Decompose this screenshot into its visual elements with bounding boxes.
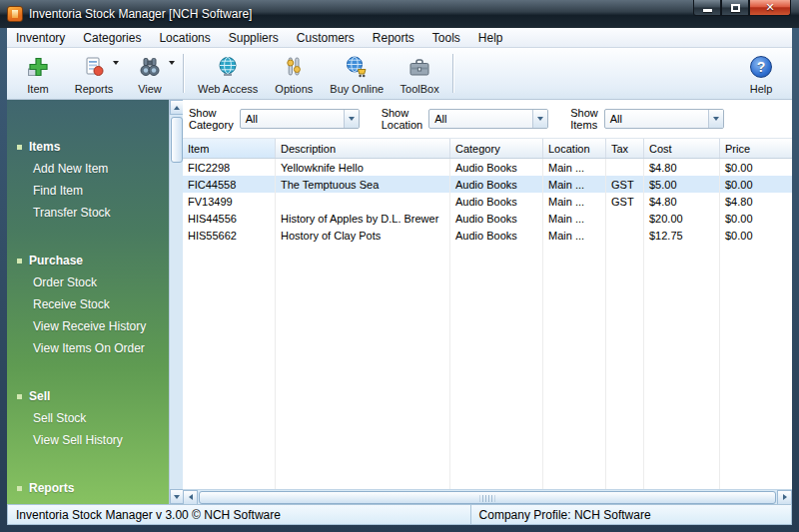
cell-location: Main ... [543,193,606,210]
scroll-left-button[interactable] [183,490,198,505]
cell-item: FV13499 [183,193,276,210]
cell-cost: $4.80 [644,193,720,210]
scroll-down-button[interactable] [170,489,184,504]
menu-suppliers[interactable]: Suppliers [220,29,288,47]
sidebar-header-sell: Sell [7,385,169,407]
table-row-selected[interactable]: FIC44558 The Temptuous Sea Audio Books M… [183,176,792,193]
arrow-left-icon [189,494,193,500]
location-filter-dropdown[interactable]: All [428,109,548,129]
sidebar-item-sell-stock[interactable]: Sell Stock [7,407,169,429]
arrow-up-icon [174,106,180,110]
view-button[interactable]: View [122,50,178,97]
main-panel: ShowCategory All ShowLocation All Sh [183,100,792,504]
column-header-tax[interactable]: Tax [606,139,644,158]
options-button-label: Options [275,83,313,95]
location-filter-value: All [429,113,532,125]
column-header-item[interactable]: Item [183,139,276,158]
minimize-button[interactable] [693,0,721,16]
table-row[interactable]: FV13499 Audio Books Main ... GST $4.80 $… [183,193,792,210]
horizontal-scrollbar-thumb[interactable] [199,491,776,504]
menu-inventory[interactable]: Inventory [7,29,74,47]
arrow-down-icon [174,495,180,499]
menu-bar: Inventory Categories Locations Suppliers… [7,28,792,48]
show-category-label: ShowCategory [189,107,234,131]
menu-tools[interactable]: Tools [423,29,469,47]
menu-locations[interactable]: Locations [150,29,219,47]
toolbox-button-label: ToolBox [400,83,439,95]
category-filter-dropdown[interactable]: All [240,109,360,129]
sidebar-item-view-sell-history[interactable]: View Sell History [7,429,169,451]
sidebar-header-label: Reports [29,481,74,495]
reports-button[interactable]: Reports [66,50,122,97]
cell-location: Main ... [543,227,606,244]
column-header-price[interactable]: Price [720,139,792,158]
cell-description: The Temptuous Sea [276,176,450,193]
close-button[interactable]: ✕ [749,0,791,16]
sidebar-item-view-items-on-order[interactable]: View Items On Order [7,337,169,359]
menu-customers[interactable]: Customers [288,29,364,47]
horizontal-scrollbar[interactable] [183,489,792,504]
scroll-right-button[interactable] [777,490,792,505]
chevron-down-icon[interactable] [532,110,547,128]
cell-price: $0.00 [720,159,792,176]
show-location-label: ShowLocation [382,107,423,131]
table-empty-area [183,244,792,489]
sidebar-header-purchase: Purchase [7,250,169,271]
cell-cost: $5.00 [644,176,720,193]
column-header-description[interactable]: Description [276,139,450,158]
sidebar-scrollbar-thumb[interactable] [171,117,183,163]
sidebar-scrollbar[interactable] [169,100,183,504]
sidebar-header-reports: Reports [7,477,169,499]
toolbar-spacer [459,50,733,97]
status-bar: Inventoria Stock Manager v 3.00 © NCH So… [7,504,792,525]
buy-online-button[interactable]: Buy Online [322,50,392,97]
sidebar-item-transfer-stock[interactable]: Transfer Stock [7,202,169,224]
cell-item: FIC2298 [183,159,276,176]
table-row[interactable]: HIS55662 Hostory of Clay Pots Audio Book… [183,227,792,244]
cell-item: HIS44556 [183,210,276,227]
app-icon[interactable] [7,6,23,22]
bullet-icon [17,145,22,150]
column-header-category[interactable]: Category [450,139,543,158]
table-row[interactable]: FIC2298 Yellowknife Hello Audio Books Ma… [183,159,792,176]
view-button-label: View [138,83,162,95]
table-header: Item Description Category Location Tax C… [183,139,792,159]
sidebar-item-add-new-item[interactable]: Add New Item [7,158,169,180]
cell-category: Audio Books [450,210,543,227]
menu-help[interactable]: Help [469,29,512,47]
reports-dropdown-icon[interactable] [113,61,119,65]
menu-reports[interactable]: Reports [364,29,423,47]
sidebar-item-receive-stock[interactable]: Receive Stock [7,293,169,315]
cell-cost: $20.00 [644,210,720,227]
cell-item: FIC44558 [183,176,276,193]
view-dropdown-icon[interactable] [169,61,175,65]
cell-item: HIS55662 [183,227,276,244]
sidebar-section-items: Items Add New Item Find Item Transfer St… [7,136,169,224]
toolbox-button[interactable]: ToolBox [392,50,447,97]
options-button[interactable]: Options [266,50,322,97]
sidebar-item-order-stock[interactable]: Order Stock [7,271,169,293]
app-window: Inventoria Stock Manager [NCH Software] … [0,0,799,532]
column-header-cost[interactable]: Cost [644,139,720,158]
sidebar-item-view-receive-history[interactable]: View Receive History [7,315,169,337]
add-item-icon [26,53,50,80]
sidebar-item-find-item[interactable]: Find Item [7,180,169,202]
cell-location: Main ... [543,176,606,193]
chevron-down-icon[interactable] [708,110,723,128]
sliders-icon [282,53,306,80]
table-row[interactable]: HIS44556 History of Apples by D.L. Brewe… [183,210,792,227]
items-filter-dropdown[interactable]: All [604,109,724,129]
cell-price: $0.00 [720,176,792,193]
maximize-button[interactable] [721,0,749,16]
title-bar[interactable]: Inventoria Stock Manager [NCH Software] … [0,0,799,28]
chevron-down-icon[interactable] [344,110,359,128]
cell-description [276,193,450,210]
scroll-up-button[interactable] [170,100,184,115]
column-header-location[interactable]: Location [543,139,606,158]
category-filter-value: All [241,113,344,125]
menu-categories[interactable]: Categories [74,29,150,47]
help-button[interactable]: Help [733,50,789,97]
web-access-button[interactable]: Web Access [190,50,266,97]
window-frame: Inventory Categories Locations Suppliers… [0,28,799,532]
item-button[interactable]: Item [10,50,66,97]
